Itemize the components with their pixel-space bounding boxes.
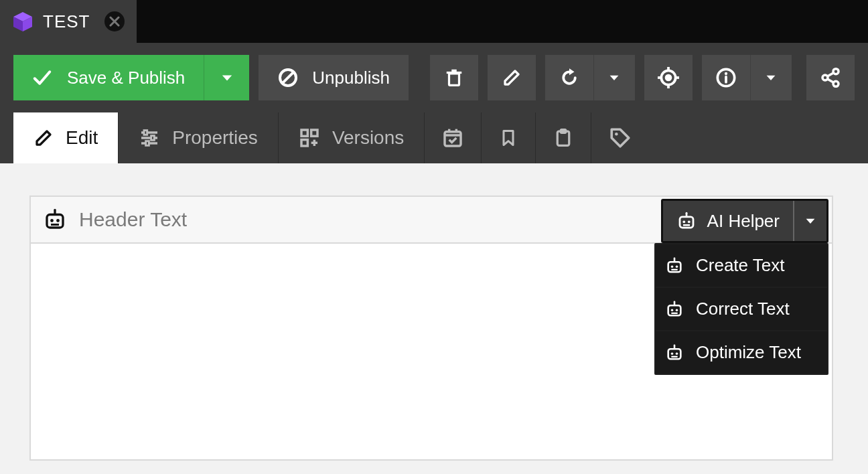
svg-rect-39: [445, 132, 461, 146]
svg-point-68: [671, 309, 674, 311]
svg-point-69: [676, 309, 678, 311]
target-button[interactable]: [644, 55, 693, 100]
delete-button[interactable]: [430, 55, 478, 100]
svg-line-7: [283, 72, 294, 83]
bookmark-icon: [499, 127, 518, 149]
sliders-icon: [139, 127, 160, 149]
chevron-down-icon: [805, 216, 816, 226]
ai-helper-button[interactable]: AI Helper: [663, 201, 793, 241]
trash-icon: [444, 68, 464, 88]
prohibit-icon: [277, 67, 299, 88]
ai-helper-menu: Create Text Correct Text: [654, 243, 828, 375]
svg-rect-52: [680, 217, 693, 228]
svg-point-25: [833, 81, 839, 86]
card-header: Header Text: [31, 197, 832, 244]
tab-bookmark[interactable]: [482, 112, 536, 163]
ai-menu-optimize-label: Optimize Text: [696, 342, 801, 363]
robot-icon: [43, 208, 67, 232]
robot-icon: [676, 211, 697, 231]
svg-line-26: [827, 73, 833, 76]
svg-point-55: [682, 220, 685, 223]
card-title: Header Text: [79, 208, 187, 231]
tab-versions-label: Versions: [332, 127, 404, 149]
svg-rect-35: [311, 130, 317, 136]
svg-marker-5: [222, 75, 232, 80]
svg-point-62: [671, 265, 674, 268]
info-dropdown[interactable]: [750, 55, 792, 100]
save-publish-dropdown[interactable]: [204, 55, 249, 100]
svg-line-27: [827, 79, 833, 82]
svg-marker-58: [806, 219, 815, 224]
pencil-icon: [33, 128, 54, 148]
target-icon: [658, 67, 679, 88]
svg-point-49: [50, 219, 54, 222]
save-publish-label: Save & Publish: [67, 68, 185, 88]
ai-menu-create-text[interactable]: Create Text: [656, 244, 827, 287]
svg-marker-12: [610, 76, 619, 80]
chevron-down-icon: [766, 72, 776, 83]
save-publish-button[interactable]: Save & Publish: [13, 55, 204, 100]
ai-menu-create-label: Create Text: [696, 255, 784, 276]
svg-point-45: [615, 133, 618, 136]
edit-button[interactable]: [488, 55, 536, 100]
svg-rect-32: [151, 136, 155, 141]
chevron-down-icon: [609, 72, 620, 83]
svg-point-75: [676, 352, 678, 355]
tab-schedule[interactable]: [425, 112, 482, 163]
ai-helper-label: AI Helper: [707, 211, 780, 232]
cube-icon: [12, 11, 33, 32]
main-toolbar: Save & Publish Unpublish: [0, 43, 868, 112]
svg-point-56: [687, 220, 690, 223]
svg-point-63: [676, 265, 678, 268]
info-button[interactable]: [702, 55, 750, 100]
unpublish-button[interactable]: Unpublish: [259, 55, 409, 100]
svg-rect-46: [47, 215, 63, 228]
tab-versions[interactable]: Versions: [279, 112, 425, 163]
ai-menu-correct-text[interactable]: Correct Text: [656, 288, 827, 330]
svg-point-20: [725, 72, 727, 75]
save-publish-group: Save & Publish: [13, 55, 249, 100]
tab-edit-label: Edit: [66, 127, 98, 149]
share-button[interactable]: [806, 55, 855, 100]
svg-point-73: [674, 344, 676, 346]
robot-icon: [665, 256, 684, 275]
svg-point-74: [671, 352, 674, 355]
svg-point-24: [833, 69, 839, 74]
refresh-icon: [559, 68, 579, 88]
calendar-check-icon: [442, 127, 463, 149]
check-icon: [32, 68, 52, 88]
secondary-tabs: Edit Properties Versions: [0, 112, 868, 163]
pencil-icon: [502, 68, 522, 88]
ai-helper-dropdown-toggle[interactable]: [793, 201, 826, 241]
svg-rect-36: [301, 140, 307, 146]
clipboard-icon: [553, 127, 573, 149]
refresh-button[interactable]: [545, 55, 593, 100]
ai-helper-button-group: AI Helper: [661, 199, 828, 243]
document-tab[interactable]: TEST: [0, 0, 137, 43]
svg-point-67: [674, 301, 676, 303]
workspace: Header Text: [0, 163, 868, 474]
tab-properties-label: Properties: [172, 127, 258, 149]
svg-point-54: [685, 212, 687, 214]
ai-menu-optimize-text[interactable]: Optimize Text: [656, 331, 827, 374]
versions-icon: [299, 127, 320, 149]
share-icon: [820, 67, 841, 88]
close-icon: [109, 16, 120, 27]
svg-point-23: [822, 75, 828, 80]
svg-marker-11: [569, 68, 575, 75]
svg-marker-22: [767, 76, 776, 80]
tab-tag[interactable]: [591, 112, 649, 163]
tab-edit[interactable]: Edit: [13, 112, 119, 163]
svg-point-50: [56, 219, 60, 222]
close-tab-button[interactable]: [104, 11, 125, 31]
refresh-dropdown[interactable]: [593, 55, 635, 100]
svg-rect-31: [144, 131, 147, 135]
ai-menu-correct-label: Correct Text: [696, 299, 790, 319]
tab-properties[interactable]: Properties: [119, 112, 279, 163]
document-tab-bar: TEST: [0, 0, 868, 43]
svg-rect-65: [668, 305, 681, 315]
info-icon: [715, 67, 737, 88]
info-group: [702, 55, 792, 100]
tab-clipboard[interactable]: [536, 112, 591, 163]
tag-icon: [609, 127, 632, 149]
